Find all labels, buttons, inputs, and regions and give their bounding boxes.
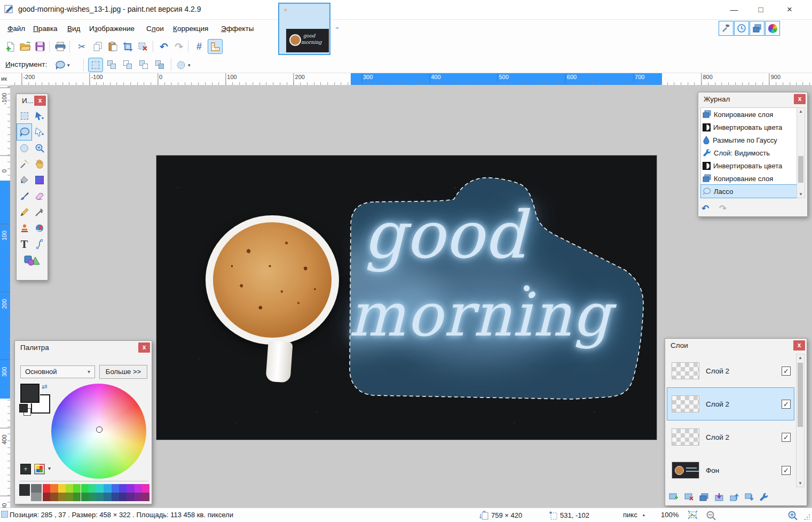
palette-swatch[interactable] xyxy=(135,493,142,501)
palette-swatch[interactable] xyxy=(58,484,66,493)
maximize-button[interactable]: □ xyxy=(752,3,770,16)
palette-swatch[interactable] xyxy=(43,493,50,501)
close-icon[interactable]: x xyxy=(793,340,805,350)
cut-button[interactable]: ✂ xyxy=(75,40,89,53)
add-color-button[interactable]: + xyxy=(20,464,31,474)
layer-row[interactable]: Слой 2 ✓ xyxy=(667,421,794,453)
tool-paintbrush[interactable] xyxy=(17,188,31,204)
swatch-grid[interactable] xyxy=(19,484,149,501)
history-item[interactable]: Инвертировать цвета xyxy=(701,121,797,134)
tool-shapes[interactable] xyxy=(17,252,47,268)
menu-file[interactable]: Файл xyxy=(5,24,27,34)
history-item[interactable]: Копирование слоя xyxy=(701,108,797,121)
palette-swatch[interactable] xyxy=(31,493,42,501)
tool-clone-stamp[interactable] xyxy=(17,220,31,236)
palette-swatch[interactable] xyxy=(73,493,81,501)
current-tool-dropdown[interactable]: ▾ xyxy=(53,58,77,72)
selection-mode-intersect[interactable] xyxy=(137,58,151,72)
palette-swatch[interactable] xyxy=(135,484,142,493)
zoom-out-button[interactable] xyxy=(706,510,716,521)
layers-toggle-button[interactable] xyxy=(750,21,764,35)
tool-eraser[interactable] xyxy=(32,188,46,204)
fit-window-button[interactable] xyxy=(688,510,698,519)
tool-paint-bucket[interactable] xyxy=(17,172,31,188)
layer-visible-checkbox[interactable]: ✓ xyxy=(782,433,791,442)
menu-adjustments[interactable]: Коррекция xyxy=(171,24,210,34)
selection-mode-subtract[interactable] xyxy=(121,58,135,72)
copy-button[interactable] xyxy=(91,40,105,53)
layer-visible-checkbox[interactable]: ✓ xyxy=(782,400,791,409)
tool-move-pixels[interactable] xyxy=(32,108,46,124)
tool-move-selection[interactable] xyxy=(32,124,46,140)
palette-menu-button[interactable] xyxy=(34,464,45,474)
scroll-up-icon[interactable]: ▲ xyxy=(797,355,804,360)
menu-image[interactable]: Изображение xyxy=(87,24,137,34)
crop-to-selection-button[interactable] xyxy=(121,40,135,53)
history-scrollbar[interactable]: ▲ ▼ xyxy=(797,107,805,198)
palette-swatch[interactable] xyxy=(104,493,111,501)
palette-swatch[interactable] xyxy=(127,493,134,501)
primary-color-swatch[interactable] xyxy=(20,384,40,403)
chevron-down-icon[interactable]: ▾ xyxy=(48,465,51,471)
tool-line-curve[interactable] xyxy=(32,236,46,252)
swap-colors-icon[interactable]: ⇄ xyxy=(42,383,48,391)
tool-text[interactable]: T xyxy=(17,236,31,252)
colors-toggle-button[interactable] xyxy=(766,21,779,35)
rulers-toggle-button[interactable] xyxy=(208,40,222,53)
selection-mode-replace[interactable] xyxy=(89,58,103,72)
layer-row[interactable]: Фон ✓ xyxy=(667,454,794,486)
delete-layer-button[interactable] xyxy=(684,493,694,502)
grid-toggle-button[interactable]: # xyxy=(192,40,206,53)
tool-recolor[interactable] xyxy=(32,220,46,236)
move-layer-down-button[interactable] xyxy=(744,493,754,502)
tool-gradient[interactable] xyxy=(32,172,46,188)
tool-zoom[interactable] xyxy=(32,140,46,156)
tool-color-picker[interactable] xyxy=(32,204,46,220)
history-redo-button[interactable]: ↷ xyxy=(719,203,727,214)
add-layer-button[interactable] xyxy=(668,493,679,502)
palette-swatch[interactable] xyxy=(31,484,42,493)
minimize-button[interactable]: — xyxy=(725,3,743,16)
palette-swatch[interactable] xyxy=(73,484,81,493)
layer-visible-checkbox[interactable]: ✓ xyxy=(782,466,791,475)
palette-swatch[interactable] xyxy=(142,493,149,501)
new-file-button[interactable] xyxy=(3,40,17,53)
history-item-selected[interactable]: Лассо xyxy=(701,185,797,198)
undo-button[interactable]: ↶ xyxy=(157,40,171,53)
duplicate-layer-button[interactable] xyxy=(699,493,709,502)
palette-swatch[interactable] xyxy=(50,493,58,501)
open-file-button[interactable] xyxy=(18,40,32,53)
palette-swatch[interactable] xyxy=(127,484,134,493)
palette-swatch[interactable] xyxy=(81,493,89,501)
palette-swatch[interactable] xyxy=(119,493,127,501)
menu-layers[interactable]: Слои xyxy=(144,24,166,34)
deselect-button[interactable] xyxy=(136,40,149,53)
redo-button[interactable]: ↷ xyxy=(172,40,186,53)
history-item[interactable]: Инвертировать цвета xyxy=(701,159,797,172)
tool-lasso-select[interactable] xyxy=(17,124,31,140)
merge-down-button[interactable] xyxy=(714,493,724,502)
palette-swatch[interactable] xyxy=(96,484,104,493)
palette-swatch[interactable] xyxy=(58,493,66,501)
close-button[interactable]: × xyxy=(781,3,799,16)
history-undo-button[interactable]: ↶ xyxy=(701,203,709,214)
layer-row-selected[interactable]: Слой 2 ✓ xyxy=(667,388,794,420)
palette-swatch[interactable] xyxy=(81,484,89,493)
palette-swatch[interactable] xyxy=(142,484,149,493)
close-icon[interactable]: x xyxy=(34,96,46,106)
save-button[interactable] xyxy=(33,40,47,53)
history-item[interactable]: Слой: Видимость xyxy=(701,146,797,159)
color-wheel-selector[interactable] xyxy=(96,426,103,433)
history-toggle-button[interactable] xyxy=(735,21,748,35)
tool-pan[interactable] xyxy=(32,156,46,172)
image-tab[interactable]: * good morning xyxy=(278,3,330,55)
palette-swatch[interactable] xyxy=(112,484,119,493)
scroll-down-icon[interactable]: ▼ xyxy=(797,481,804,486)
palette-swatch[interactable] xyxy=(89,484,96,493)
scroll-down-icon[interactable]: ▼ xyxy=(797,192,805,197)
menu-edit[interactable]: Правка xyxy=(31,24,60,34)
image-list-chevron-icon[interactable]: ⌄ xyxy=(334,22,340,30)
layer-visible-checkbox[interactable]: ✓ xyxy=(782,367,791,376)
move-layer-up-button[interactable] xyxy=(729,493,739,502)
menu-effects[interactable]: Эффекты xyxy=(219,24,256,34)
